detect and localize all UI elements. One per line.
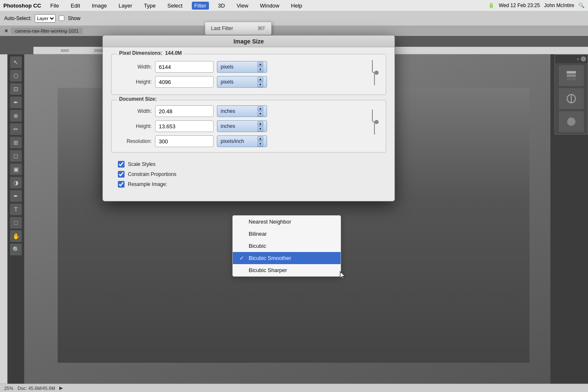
doc-height-input[interactable] xyxy=(155,120,214,132)
doc-width-unit[interactable]: inches ▲ ▼ xyxy=(217,105,267,117)
dropdown-nearest-neighbor[interactable]: Nearest Neighbor xyxy=(233,216,341,228)
doc-width-up-arrow[interactable]: ▲ xyxy=(257,106,263,111)
constrain-row: Constrain Proportions xyxy=(118,171,379,178)
pixel-width-up-arrow[interactable]: ▲ xyxy=(257,62,263,67)
resolution-label: Resolution: xyxy=(118,138,152,144)
pixel-height-arrows: ▲ ▼ xyxy=(257,77,263,87)
workspace: Auto-Select: Layer Show ✕ camera-raw-fil… xyxy=(0,11,588,392)
doc-width-label: Width: xyxy=(118,108,152,114)
checkboxes-section: Scale Styles Constrain Proportions Resam… xyxy=(111,158,386,194)
pixel-link-bracket xyxy=(370,56,379,89)
doc-width-unit-wrapper: inches ▲ ▼ xyxy=(217,105,267,117)
pixel-dimensions-label: Pixel Dimensions: 144.0M xyxy=(117,50,184,56)
doc-height-unit[interactable]: inches ▲ ▼ xyxy=(217,120,267,132)
resolution-row: Resolution: pixels/inch ▲ ▼ xyxy=(118,135,367,147)
menu-bar: Photoshop CC File Edit Image Layer Type … xyxy=(0,0,588,11)
doc-height-label: Height: xyxy=(118,123,152,129)
pixel-width-row: Width: pixels ▲ ▼ xyxy=(118,61,367,73)
resolution-up-arrow[interactable]: ▲ xyxy=(257,136,263,141)
dropdown-bicubic[interactable]: Bicubic xyxy=(233,240,341,252)
pixel-height-unit[interactable]: pixels ▲ ▼ xyxy=(217,76,267,88)
dialog-body: Pixel Dimensions: 144.0M Width: pixels xyxy=(103,47,395,201)
resolution-down-arrow[interactable]: ▼ xyxy=(257,142,263,147)
dropdown-bilinear[interactable]: Bilinear xyxy=(233,228,341,240)
user-name: John McIntire xyxy=(544,3,574,8)
battery-indicator: 🔋 xyxy=(488,3,494,8)
scale-styles-label: Scale Styles xyxy=(128,161,155,167)
pixel-width-unit-text: pixels xyxy=(221,64,255,70)
doc-height-unit-text: inches xyxy=(221,123,255,129)
pixel-width-unit[interactable]: pixels ▲ ▼ xyxy=(217,61,267,73)
dialog-title: Image Size xyxy=(234,38,264,45)
pixel-width-unit-wrapper: pixels ▲ ▼ xyxy=(217,61,267,73)
svg-point-6 xyxy=(374,71,379,75)
menu-layer[interactable]: Layer xyxy=(116,2,135,10)
pixel-height-label: Height: xyxy=(118,79,152,85)
resolution-unit[interactable]: pixels/inch ▲ ▼ xyxy=(217,135,267,147)
constrain-label: Constrain Proportions xyxy=(128,171,176,177)
dropdown-bicubic-sharper[interactable]: Bicubic Sharper xyxy=(233,264,341,276)
menu-edit[interactable]: Edit xyxy=(68,2,82,10)
search-icon[interactable]: 🔍 xyxy=(578,3,585,8)
doc-height-down-arrow[interactable]: ▼ xyxy=(257,127,263,132)
dialog-titlebar: Image Size xyxy=(103,36,395,47)
pixel-width-label: Width: xyxy=(118,64,152,70)
constrain-checkbox[interactable] xyxy=(118,171,125,178)
pixel-height-up-arrow[interactable]: ▲ xyxy=(257,77,263,82)
resolution-arrows: ▲ ▼ xyxy=(257,136,263,147)
doc-width-down-arrow[interactable]: ▼ xyxy=(257,112,263,117)
menu-file[interactable]: File xyxy=(48,2,61,10)
pixel-height-unit-text: pixels xyxy=(221,79,255,85)
pixel-height-down-arrow[interactable]: ▼ xyxy=(257,82,263,87)
pixel-width-arrows: ▲ ▼ xyxy=(257,62,263,72)
resolution-unit-text: pixels/inch xyxy=(221,138,255,144)
menu-image[interactable]: Image xyxy=(89,2,109,10)
resample-label: Resample Image: xyxy=(128,181,167,187)
pixel-height-row: Height: pixels ▲ ▼ xyxy=(118,76,367,88)
resample-row: Resample Image: xyxy=(118,181,379,188)
resolution-unit-wrapper: pixels/inch ▲ ▼ xyxy=(217,135,267,147)
doc-width-unit-text: inches xyxy=(221,108,255,114)
scale-styles-row: Scale Styles xyxy=(118,161,379,168)
resolution-input[interactable] xyxy=(155,135,214,147)
dropdown-bicubic-smoother[interactable]: ✓ Bicubic Smoother xyxy=(233,252,341,264)
doc-width-input[interactable] xyxy=(155,105,214,117)
doc-height-up-arrow[interactable]: ▲ xyxy=(257,121,263,126)
svg-point-7 xyxy=(374,120,379,124)
doc-link-bracket xyxy=(370,105,379,139)
menu-type[interactable]: Type xyxy=(141,2,158,10)
scale-styles-checkbox[interactable] xyxy=(118,161,125,168)
doc-width-row: Width: inches ▲ ▼ xyxy=(118,105,367,117)
app-name: Photoshop CC xyxy=(3,3,41,9)
pixel-dimensions-section: Pixel Dimensions: 144.0M Width: pixels xyxy=(111,54,386,95)
date-time: Wed 12 Feb 23:25 xyxy=(499,3,540,8)
pixel-width-down-arrow[interactable]: ▼ xyxy=(257,67,263,72)
doc-width-arrows: ▲ ▼ xyxy=(257,106,263,117)
image-size-dialog: Image Size Pixel Dimensions: 144.0M Widt… xyxy=(102,35,395,201)
resample-checkbox[interactable] xyxy=(118,181,125,188)
pixel-height-unit-wrapper: pixels ▲ ▼ xyxy=(217,76,267,88)
menu-window[interactable]: Window xyxy=(257,2,282,10)
doc-height-arrows: ▲ ▼ xyxy=(257,121,263,132)
dialog-overlay: Image Size Pixel Dimensions: 144.0M Widt… xyxy=(0,11,588,392)
pixel-height-input[interactable] xyxy=(155,76,214,88)
doc-height-row: Height: inches ▲ ▼ xyxy=(118,120,367,132)
pixel-width-input[interactable] xyxy=(155,61,214,73)
menu-help[interactable]: Help xyxy=(288,2,305,10)
document-size-label: Document Size: xyxy=(117,96,159,102)
menu-view[interactable]: View xyxy=(234,2,251,10)
menu-filter[interactable]: Filter xyxy=(192,2,209,10)
doc-height-unit-wrapper: inches ▲ ▼ xyxy=(217,120,267,132)
document-size-section: Document Size: Width: inches xyxy=(111,100,386,153)
menu-3d[interactable]: 3D xyxy=(216,2,228,10)
bicubic-smoother-check: ✓ xyxy=(239,255,245,261)
resample-dropdown-menu: Nearest Neighbor Bilinear Bicubic ✓ Bicu… xyxy=(232,215,341,277)
menubar-right: 🔋 Wed 12 Feb 23:25 John McIntire 🔍 xyxy=(488,3,585,8)
menu-select[interactable]: Select xyxy=(165,2,185,10)
